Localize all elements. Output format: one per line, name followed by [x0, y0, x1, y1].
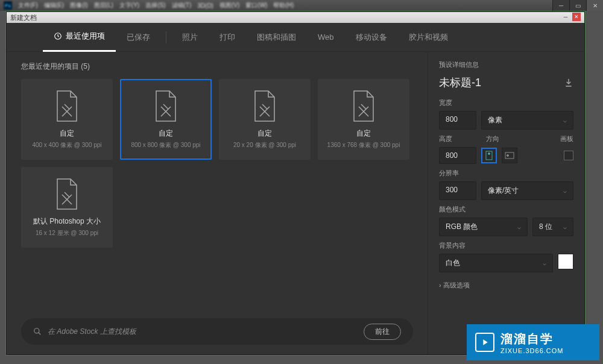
background-value: 白色: [446, 258, 460, 268]
menu-image[interactable]: 图像(I): [70, 1, 87, 10]
app-menubar: Ps 文件(F) 编辑(E) 图像(I) 图层(L) 文字(Y) 选择(S) 滤…: [0, 0, 603, 11]
category-tabs: 最近使用项 已保存 照片 打印 图稿和插图 Web 移动设备 胶片和视频: [7, 23, 584, 52]
tab-print[interactable]: 打印: [209, 23, 246, 52]
tab-art[interactable]: 图稿和插图: [246, 23, 307, 52]
document-icon: [54, 178, 80, 210]
preset-item[interactable]: 自定 20 x 20 像素 @ 300 ppi: [219, 79, 311, 160]
document-title-input[interactable]: 未标题-1: [439, 75, 564, 90]
dialog-close-button[interactable]: ✕: [572, 13, 581, 21]
document-icon: [251, 90, 278, 122]
tab-recent[interactable]: 最近使用项: [43, 23, 116, 52]
height-label: 高度: [439, 134, 481, 143]
preset-name: 自定: [257, 128, 272, 139]
advanced-options-toggle[interactable]: 高级选项: [439, 281, 573, 290]
presets-grid: 自定 400 x 400 像素 @ 300 ppi 自定 800 x 800 像…: [21, 79, 413, 248]
width-unit-value: 像素: [488, 115, 502, 125]
tab-film[interactable]: 胶片和视频: [398, 23, 459, 52]
preset-spec: 800 x 800 像素 @ 300 ppi: [131, 141, 200, 149]
go-button[interactable]: 前往: [364, 324, 401, 340]
tab-saved[interactable]: 已保存: [116, 23, 161, 52]
background-label: 背景内容: [439, 241, 573, 250]
preset-item[interactable]: 自定 800 x 800 像素 @ 300 ppi: [120, 79, 212, 160]
menu-layer[interactable]: 图层(L): [94, 1, 113, 10]
section-count: (5): [81, 62, 90, 71]
search-icon: [33, 327, 42, 336]
preset-spec: 16 x 12 厘米 @ 300 ppi: [36, 229, 98, 237]
resolution-unit-value: 像素/英寸: [488, 186, 519, 196]
menu-type[interactable]: 文字(Y): [119, 1, 139, 10]
artboard-label: 画板: [533, 134, 573, 143]
menu-edit[interactable]: 编辑(E): [44, 1, 64, 10]
preset-name: 自定: [159, 128, 173, 139]
menu-help[interactable]: 帮助(H): [273, 1, 294, 10]
window-close-button[interactable]: ✕: [586, 0, 603, 11]
resolution-input[interactable]: 300: [439, 181, 476, 200]
resolution-label: 分辨率: [439, 169, 573, 178]
color-depth-value: 8 位: [539, 222, 552, 232]
background-select[interactable]: 白色 ⌵: [439, 254, 553, 272]
window-maximize-button[interactable]: ▭: [569, 0, 586, 11]
chevron-down-icon: ⌵: [543, 260, 546, 266]
presets-panel: 您最近使用的项目 (5) 自定 400 x 400 像素 @ 300 ppi 自…: [7, 52, 428, 354]
chevron-down-icon: ⌵: [563, 117, 567, 124]
document-icon: [350, 90, 377, 122]
section-title-text: 您最近使用的项目: [21, 62, 79, 71]
preset-name: 默认 Photoshop 大小: [33, 216, 101, 227]
preset-name: 自定: [356, 128, 371, 139]
orientation-portrait-button[interactable]: [481, 148, 497, 163]
menu-file[interactable]: 文件(F): [18, 1, 38, 10]
svg-point-3: [488, 153, 490, 155]
background-color-swatch[interactable]: [558, 254, 573, 269]
chevron-down-icon: ⌵: [563, 187, 567, 194]
width-label: 宽度: [439, 98, 573, 107]
color-mode-label: 颜色模式: [439, 205, 573, 214]
dialog-titlebar: 新建文档 ─ ✕: [7, 12, 584, 23]
menu-view[interactable]: 视图(V): [219, 1, 239, 10]
document-icon: [54, 90, 80, 122]
dialog-minimize-button[interactable]: ─: [561, 13, 570, 21]
tab-recent-label: 最近使用项: [66, 31, 105, 42]
menu-select[interactable]: 选择(S): [145, 1, 165, 10]
clock-icon: [54, 32, 62, 40]
artboard-checkbox[interactable]: [564, 151, 573, 160]
menu-3d[interactable]: 3D(D): [197, 2, 213, 9]
ps-logo-icon: Ps: [4, 1, 12, 10]
save-preset-icon[interactable]: [564, 78, 573, 87]
section-title: 您最近使用的项目 (5): [21, 61, 413, 72]
orientation-label: 方向: [486, 134, 528, 143]
width-unit-select[interactable]: 像素 ⌵: [481, 111, 573, 130]
width-input[interactable]: 800: [439, 111, 476, 130]
new-document-dialog: 新建文档 ─ ✕ 最近使用项 已保存 照片 打印 图稿和插图 Web 移动设备 …: [6, 11, 585, 355]
orientation-landscape-button[interactable]: [502, 148, 517, 163]
play-icon: [475, 333, 494, 352]
window-controls: ─ ▭ ✕: [552, 0, 603, 11]
tab-web[interactable]: Web: [307, 23, 345, 52]
color-mode-value: RGB 颜色: [446, 222, 478, 232]
preset-details-panel: 预设详细信息 未标题-1 宽度 800 像素 ⌵ 高度 方向 画板 80: [428, 52, 584, 354]
svg-point-1: [34, 328, 39, 333]
height-input[interactable]: 800: [439, 147, 476, 164]
preset-item[interactable]: 默认 Photoshop 大小 16 x 12 厘米 @ 300 ppi: [21, 167, 113, 248]
color-depth-select[interactable]: 8 位 ⌵: [532, 218, 573, 236]
window-minimize-button[interactable]: ─: [552, 0, 569, 11]
resolution-unit-select[interactable]: 像素/英寸 ⌵: [481, 181, 573, 200]
stock-search-bar[interactable]: 在 Adobe Stock 上查找模板 前往: [21, 318, 413, 345]
tab-photo[interactable]: 照片: [171, 23, 209, 52]
watermark-url: ZIXUE.3D66.COM: [500, 347, 563, 354]
svg-point-5: [507, 155, 509, 157]
preset-spec: 400 x 400 像素 @ 300 ppi: [32, 141, 101, 149]
menu-window[interactable]: 窗口(W): [245, 1, 267, 10]
landscape-icon: [505, 152, 514, 159]
preset-item[interactable]: 自定 400 x 400 像素 @ 300 ppi: [21, 79, 113, 160]
color-mode-select[interactable]: RGB 颜色 ⌵: [439, 218, 528, 236]
chevron-down-icon: ⌵: [517, 224, 521, 230]
preset-name: 自定: [60, 128, 74, 139]
chevron-down-icon: ⌵: [563, 224, 567, 230]
watermark: 溜溜自学 ZIXUE.3D66.COM: [467, 324, 599, 360]
tab-separator: [166, 31, 166, 43]
document-icon: [153, 90, 179, 122]
menu-filter[interactable]: 滤镜(T): [172, 1, 192, 10]
tab-mobile[interactable]: 移动设备: [345, 23, 398, 52]
search-placeholder: 在 Adobe Stock 上查找模板: [48, 327, 364, 337]
preset-item[interactable]: 自定 1360 x 768 像素 @ 300 ppi: [318, 79, 409, 160]
